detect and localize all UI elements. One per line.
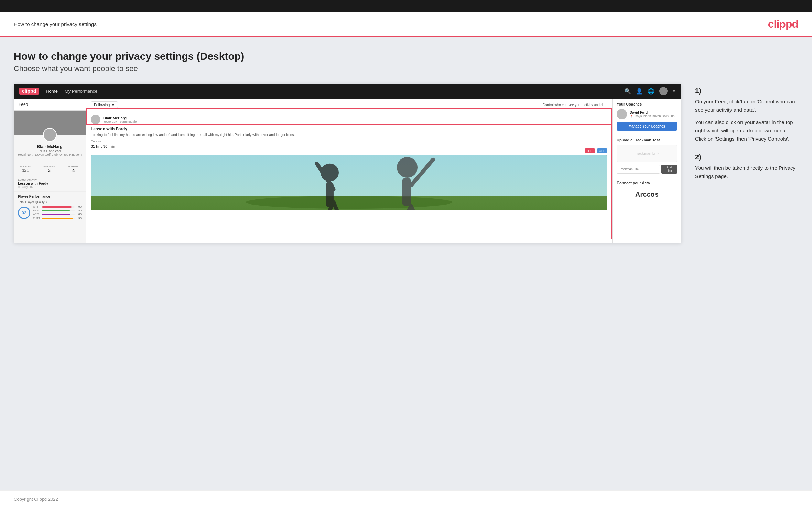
profile-club: Royal North Devon Golf Club, United King…	[17, 153, 82, 156]
badge-app: APP	[597, 148, 607, 153]
followers-label: Followers	[43, 165, 55, 168]
nav-right: 🔍 👤 🌐 ▼	[624, 87, 676, 95]
profile-name: Blair McHarg	[17, 144, 82, 149]
connect-section: Connect your data Arccos	[613, 177, 681, 205]
post-card: Blair McHarg Yesterday · Sunningdale Les…	[86, 111, 612, 214]
middle-panel: Following ▼ Control who can see your act…	[86, 99, 613, 243]
bar-background	[42, 214, 75, 215]
trackman-section: Upload a Trackman Test Trackman Link Add…	[613, 134, 681, 177]
nav-my-performance[interactable]: My Performance	[65, 89, 97, 94]
page-title: How to change your privacy settings (Des…	[14, 51, 798, 62]
pin-icon: 📍	[630, 115, 633, 118]
bar-label: PUTT	[33, 217, 41, 220]
globe-icon[interactable]: 🌐	[648, 88, 654, 95]
person-icon[interactable]: 👤	[636, 88, 643, 95]
stat-followers: Followers 3	[43, 165, 55, 173]
following-label: Following	[68, 165, 79, 168]
bar-label: APP	[33, 209, 41, 212]
trackman-placeholder: Trackman Link	[617, 145, 677, 162]
arccos-logo: Arccos	[617, 188, 677, 201]
feed-tab[interactable]: Feed	[14, 99, 86, 111]
post-user-info: Blair McHarg Yesterday · Sunningdale	[103, 116, 137, 123]
circle-score: 92	[18, 207, 30, 219]
latest-activity-label: Latest Activity	[18, 178, 82, 181]
bar-fill	[42, 218, 73, 219]
latest-activity: Latest Activity Lesson with Fordy 03 Aug…	[14, 175, 86, 191]
bar-value: 86	[76, 213, 82, 216]
clippd-logo: clippd	[768, 18, 798, 31]
instruction-item-1: 1)On your Feed, click/tap on 'Control wh…	[695, 87, 798, 143]
bar-fill	[42, 210, 70, 211]
screenshot-container: clippd Home My Performance 🔍 👤 🌐 ▼ Feed	[14, 84, 681, 243]
golf-image-svg	[91, 155, 607, 210]
following-value: 4	[68, 168, 79, 173]
connect-title: Connect your data	[617, 181, 677, 185]
stat-activities: Activities 131	[20, 165, 31, 173]
tpq-row: 92 OTT 90 APP 85 ARG 86	[18, 205, 82, 220]
site-header: How to change your privacy settings clip…	[0, 12, 812, 37]
bar-label: ARG	[33, 213, 41, 216]
instruction-text-1: On your Feed, click/tap on 'Control who …	[695, 98, 798, 143]
instruction-number-1: 1)	[695, 87, 798, 95]
coach-info: David Ford 📍 Royal North Devon Golf Club	[630, 111, 675, 118]
tpq-label: Total Player Quality ℹ	[18, 200, 82, 204]
instruction-number-2: 2)	[695, 153, 798, 161]
followers-value: 3	[43, 168, 55, 173]
bar-background	[42, 210, 75, 211]
trackman-input-row: Add Link	[617, 165, 677, 174]
page-breadcrumb: How to change your privacy settings	[14, 21, 97, 27]
post-description: Looking to feel like my hands are exitin…	[91, 133, 607, 137]
latest-activity-date: 03 Aug 2022	[18, 185, 82, 189]
app-body: Feed Blair McHarg Plus Handicap Royal No…	[14, 99, 681, 243]
bar-value: 96	[76, 217, 82, 220]
player-performance: Player Performance Total Player Quality …	[14, 191, 86, 223]
coach-avatar	[617, 109, 627, 119]
profile-avatar	[43, 128, 57, 142]
avatar-dropdown-icon[interactable]: ▼	[672, 89, 676, 93]
post-duration-label: Duration	[91, 140, 607, 143]
player-perf-title: Player Performance	[18, 195, 82, 198]
post-username: Blair McHarg	[103, 116, 137, 120]
content-row: clippd Home My Performance 🔍 👤 🌐 ▼ Feed	[14, 84, 798, 243]
tpq-info-icon: ℹ	[46, 201, 47, 204]
bar-label: OTT	[33, 205, 41, 208]
trackman-input[interactable]	[617, 165, 660, 174]
left-panel: Feed Blair McHarg Plus Handicap Royal No…	[14, 99, 86, 243]
post-title: Lesson with Fordy	[91, 126, 607, 131]
bar-row: OTT 90	[33, 205, 82, 208]
nav-home[interactable]: Home	[46, 89, 58, 94]
post-avatar	[91, 115, 100, 124]
bar-row: APP 85	[33, 209, 82, 212]
post-header: Blair McHarg Yesterday · Sunningdale	[91, 115, 607, 124]
right-panel: Your Coaches David Ford 📍 Royal North De…	[613, 99, 681, 243]
search-icon[interactable]: 🔍	[624, 88, 631, 95]
bar-row: ARG 86	[33, 213, 82, 216]
add-link-button[interactable]: Add Link	[661, 165, 677, 174]
bar-fill	[42, 214, 70, 215]
chevron-down-icon: ▼	[111, 103, 115, 107]
svg-point-8	[397, 157, 418, 178]
instructions-col: 1)On your Feed, click/tap on 'Control wh…	[695, 84, 798, 191]
app-logo: clippd	[19, 88, 39, 95]
manage-coaches-button[interactable]: Manage Your Coaches	[617, 122, 677, 131]
coaches-section: Your Coaches David Ford 📍 Royal North De…	[613, 99, 681, 134]
user-avatar[interactable]	[659, 87, 668, 95]
latest-activity-name: Lesson with Fordy	[18, 181, 82, 185]
stat-following: Following 4	[68, 165, 79, 173]
bar-fill	[42, 206, 72, 208]
instruction-item-2: 2)You will then be taken directly to the…	[695, 153, 798, 180]
control-privacy-link[interactable]: Control who can see your activity and da…	[543, 103, 607, 107]
bar-row: PUTT 96	[33, 217, 82, 220]
coach-club: 📍 Royal North Devon Golf Club	[630, 114, 675, 118]
main-content: How to change your privacy settings (Des…	[0, 37, 812, 490]
post-badges: OTT APP	[91, 148, 607, 153]
svg-point-2	[246, 196, 453, 209]
activities-label: Activities	[20, 165, 31, 168]
app-nav: clippd Home My Performance 🔍 👤 🌐 ▼	[14, 84, 681, 99]
profile-handicap: Plus Handicap	[17, 149, 82, 153]
post-duration-value: 01 hr : 30 min	[91, 144, 607, 148]
following-button[interactable]: Following ▼	[91, 101, 118, 108]
activities-value: 131	[20, 168, 31, 173]
bars-col: OTT 90 APP 85 ARG 86 PUTT	[33, 205, 82, 220]
coach-name: David Ford	[630, 111, 675, 114]
